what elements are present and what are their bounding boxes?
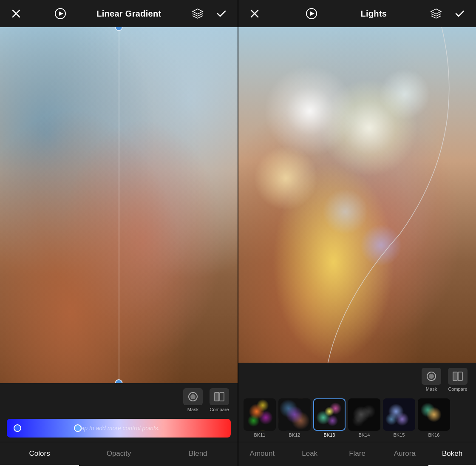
bokeh-thumb-bk16 (418, 398, 450, 431)
left-confirm-button[interactable] (214, 6, 229, 21)
bokeh-label-bk16: BK16 (428, 432, 440, 438)
svg-marker-4 (193, 9, 203, 14)
tab-bokeh[interactable]: Bokeh (428, 442, 476, 466)
bokeh-item-bk15[interactable]: BK15 (383, 398, 415, 438)
gradient-bar[interactable]: Tap to add more control points. (7, 419, 231, 438)
bokeh-thumb-bk15 (383, 398, 415, 431)
left-mask-label: Mask (187, 407, 198, 412)
right-play-button[interactable] (304, 6, 319, 21)
bokeh-thumb-bk14 (348, 398, 380, 431)
right-photo (238, 27, 476, 363)
right-header: Lights (238, 0, 476, 27)
bokeh-item-bk14[interactable]: BK14 (348, 398, 380, 438)
bokeh-thumb-bk11 (244, 398, 276, 431)
tab-aurora[interactable]: Aurora (381, 442, 428, 466)
right-mask-button[interactable]: Mask (422, 368, 441, 392)
gradient-left-handle[interactable] (14, 424, 21, 432)
gradient-hint: Tap to add more control points. (78, 425, 160, 432)
left-header-icons (190, 6, 229, 21)
left-mask-icon (183, 388, 203, 405)
right-compare-button[interactable]: Compare (448, 368, 468, 392)
svg-point-15 (429, 374, 434, 379)
tab-amount[interactable]: Amount (238, 442, 286, 466)
right-layers-button[interactable] (428, 6, 444, 21)
right-compare-label: Compare (448, 386, 467, 392)
left-close-button[interactable] (8, 6, 24, 21)
left-header: Linear Gradient (0, 0, 238, 27)
right-bottom-controls: Mask Compare BK11 BK12 (238, 363, 476, 466)
right-header-icons (428, 6, 468, 21)
left-mask-button[interactable]: Mask (183, 388, 203, 412)
tab-leak[interactable]: Leak (286, 442, 334, 466)
bokeh-thumb-bk13 (313, 398, 346, 431)
left-panel: Linear Gradient (0, 0, 238, 466)
right-panel-title: Lights (360, 9, 387, 19)
right-mask-icon (422, 368, 441, 385)
right-close-button[interactable] (247, 6, 262, 21)
left-bottom-controls: Mask Compare Tap to add more control poi… (0, 383, 238, 466)
right-mask-label: Mask (426, 386, 437, 392)
tab-flare[interactable]: Flare (334, 442, 381, 466)
svg-marker-12 (310, 11, 314, 16)
svg-rect-7 (215, 392, 219, 401)
tab-colors[interactable]: Colors (0, 442, 79, 466)
left-play-button[interactable] (53, 6, 68, 21)
gradient-bar-section: Tap to add more control points. (0, 415, 238, 439)
right-tools-row: Mask Compare (238, 363, 476, 395)
left-compare-icon (210, 388, 229, 405)
gradient-mid-handle[interactable] (74, 424, 82, 432)
right-tabs: Amount Leak Flare Aurora Bokeh (238, 442, 476, 466)
left-layers-button[interactable] (190, 6, 205, 21)
svg-marker-3 (59, 11, 63, 16)
right-confirm-button[interactable] (452, 6, 468, 21)
svg-rect-16 (453, 372, 457, 381)
bokeh-label-bk14: BK14 (359, 432, 370, 438)
svg-rect-17 (458, 372, 462, 381)
bokeh-item-bk12[interactable]: BK12 (278, 398, 311, 438)
bokeh-label-bk15: BK15 (394, 432, 405, 438)
gradient-line (119, 27, 119, 383)
tab-opacity[interactable]: Opacity (79, 442, 158, 466)
svg-rect-8 (220, 392, 224, 401)
bokeh-thumb-bk12 (278, 398, 311, 431)
right-panel: Lights (238, 0, 476, 466)
left-image-area[interactable] (0, 27, 238, 383)
bokeh-label-bk11: BK11 (254, 432, 266, 438)
bokeh-item-bk13[interactable]: BK13 (313, 398, 346, 438)
bokeh-strip: BK11 BK12 BK13 BK14 BK15 BK16 (238, 395, 476, 439)
right-compare-icon (448, 368, 468, 385)
left-compare-button[interactable]: Compare (210, 388, 229, 412)
left-panel-title: Linear Gradient (96, 9, 161, 19)
bokeh-item-bk11[interactable]: BK11 (244, 398, 276, 438)
right-image-area[interactable] (238, 27, 476, 363)
bokeh-item-bk16[interactable]: BK16 (418, 398, 450, 438)
bokeh-label-bk12: BK12 (289, 432, 300, 438)
bokeh-label-bk13: BK13 (324, 432, 335, 438)
svg-point-6 (190, 394, 196, 399)
left-tools-row: Mask Compare (0, 383, 238, 415)
svg-marker-13 (431, 9, 441, 14)
tab-blend[interactable]: Blend (159, 442, 238, 466)
left-compare-label: Compare (210, 407, 229, 412)
left-tabs: Colors Opacity Blend (0, 442, 238, 466)
